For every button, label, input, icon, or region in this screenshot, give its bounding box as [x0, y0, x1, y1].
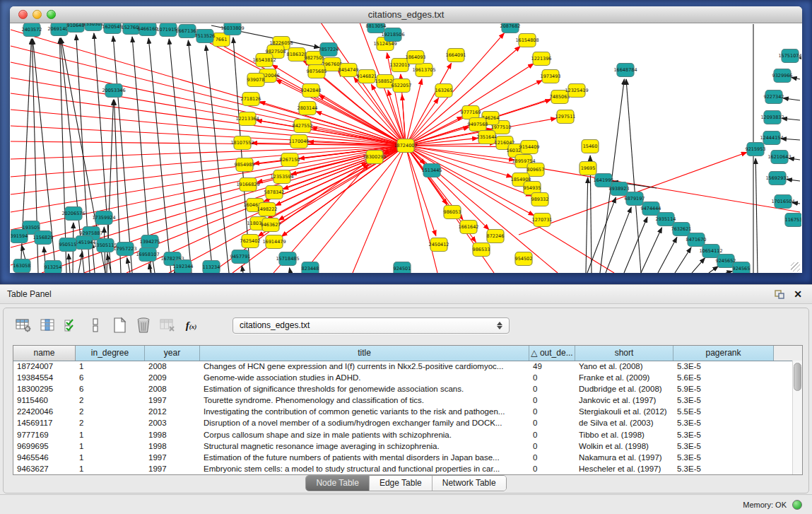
graph-edge[interactable] — [626, 79, 641, 273]
column-header-short[interactable]: short — [575, 346, 673, 361]
table-cell[interactable]: 0 — [529, 440, 575, 452]
table-cell[interactable]: 18724007 — [13, 361, 76, 372]
graph-node[interactable]: 2450412 — [429, 238, 449, 252]
graph-node[interactable]: 16914479 — [262, 235, 286, 249]
table-cell[interactable]: 5.3E-5 — [673, 395, 774, 406]
table-cell[interactable]: 1998 — [145, 440, 200, 452]
table-row[interactable]: 969969511998Structural magnetic resonanc… — [13, 440, 793, 452]
graph-node[interactable]: 1641995 — [594, 174, 614, 187]
table-cell[interactable]: 18300295 — [13, 383, 76, 395]
table-cell[interactable]: Disruption of a novel member of a sodium… — [200, 417, 529, 428]
graph-node[interactable]: 16648784 — [613, 64, 637, 77]
table-selector[interactable]: citations_edges.txt — [233, 317, 510, 334]
table-cell[interactable]: Franke et al. (2009) — [575, 372, 673, 383]
table-cell[interactable]: 2008 — [145, 361, 200, 372]
network-window-titlebar[interactable]: citations_edges.txt — [10, 6, 802, 23]
graph-node[interactable]: 19695 — [579, 162, 596, 175]
graph-node[interactable]: 17016504 — [771, 195, 794, 209]
graph-edge[interactable] — [316, 112, 406, 146]
graph-node[interactable]: 939078 — [247, 74, 265, 87]
table-cell[interactable]: 5.3E-5 — [673, 429, 774, 440]
table-cell[interactable]: 5.3E-5 — [673, 361, 774, 372]
graph-node[interactable]: 9154409 — [519, 141, 540, 154]
table-cell[interactable]: 0 — [529, 406, 575, 417]
graph-node[interactable]: 1664091 — [446, 49, 466, 62]
graph-edge[interactable] — [11, 93, 406, 146]
graph-node[interactable]: 7857224 — [319, 43, 339, 57]
graph-node[interactable]: 20053346 — [102, 84, 125, 98]
table-cell[interactable]: 2 — [76, 417, 145, 428]
graph-node[interactable]: 809657 — [527, 163, 545, 177]
table-cell[interactable]: 6 — [76, 372, 145, 383]
graph-node[interactable]: 8267150 — [280, 153, 300, 167]
graph-edge[interactable] — [624, 217, 647, 273]
graph-node[interactable]: 18107552 — [230, 136, 254, 150]
graph-node[interactable]: 1620545 — [102, 23, 123, 34]
graph-node[interactable]: 17957223 — [113, 243, 136, 256]
network-svg[interactable]: 1872400718226058982750881863289827505165… — [11, 23, 801, 273]
delete-column-button[interactable] — [158, 316, 177, 334]
table-settings-button[interactable] — [13, 316, 33, 334]
table-cell[interactable]: 5.3E-5 — [673, 440, 774, 452]
graph-node[interactable]: 1973493 — [541, 70, 561, 83]
graph-node[interactable]: 989332 — [531, 193, 549, 206]
graph-node[interactable]: 950515 — [59, 238, 77, 252]
graph-node[interactable]: 2403572 — [22, 23, 42, 37]
table-cell[interactable]: Hescheler et al. (1997) — [575, 463, 673, 474]
graph-node[interactable]: 1661642 — [459, 221, 479, 234]
graph-node[interactable]: 9854985 — [235, 158, 255, 172]
canvas-resize-grip[interactable] — [791, 262, 800, 271]
table-cell[interactable]: Tibbo et al. (1998) — [575, 429, 673, 440]
tab-network-table[interactable]: Network Table — [433, 476, 506, 491]
table-cell[interactable]: 9115460 — [13, 395, 76, 406]
graph-node[interactable]: 1156829 — [33, 231, 54, 245]
graph-node[interactable]: 163058 — [13, 259, 31, 273]
table-row[interactable]: 1872400712008Changes of HCN gene express… — [13, 361, 793, 372]
table-cell[interactable]: 9699695 — [13, 440, 76, 452]
graph-node[interactable]: 1498222 — [257, 203, 278, 216]
graph-node[interactable]: 9463627 — [261, 218, 281, 232]
minimize-window-button[interactable] — [33, 10, 42, 19]
table-cell[interactable]: Tourette syndrome. Phenomenology and cla… — [200, 395, 529, 406]
table-cell[interactable]: 14569117 — [13, 417, 76, 428]
graph-edge[interactable] — [641, 228, 662, 273]
tab-edge-table[interactable]: Edge Table — [370, 476, 433, 491]
graph-node[interactable]: 20206576 — [61, 207, 85, 221]
table-cell[interactable]: Structural magnetic resonance image aver… — [200, 440, 529, 452]
table-cell[interactable]: Stergiakouli et al. (2012) — [575, 406, 673, 417]
table-cell[interactable]: 5.3E-5 — [673, 452, 774, 463]
table-cell[interactable]: Nakamura et al. (1997) — [575, 452, 673, 463]
table-cell[interactable]: 0 — [529, 383, 575, 395]
graph-node[interactable]: 8471670 — [686, 233, 707, 247]
table-cell[interactable]: Estimation of significance thresholds fo… — [200, 383, 529, 395]
graph-node[interactable]: 9215953 — [746, 143, 766, 156]
graph-node[interactable]: 1394275 — [140, 235, 160, 249]
table-cell[interactable]: 0 — [529, 417, 575, 428]
table-cell[interactable]: 1 — [76, 361, 145, 372]
new-table-button[interactable] — [110, 316, 129, 334]
show-columns-button[interactable] — [37, 316, 57, 334]
close-panel-button[interactable]: ✕ — [791, 288, 805, 300]
graph-node[interactable]: 9457791 — [230, 250, 251, 264]
memory-status-indicator[interactable] — [792, 500, 802, 510]
table-row[interactable]: 977716911998Corpus callosum shape and si… — [13, 429, 793, 440]
graph-edge[interactable] — [658, 237, 677, 273]
graph-node[interactable]: 9146821 — [357, 70, 377, 83]
graph-edge[interactable] — [709, 267, 718, 273]
table-cell[interactable]: Investigating the contribution of common… — [200, 406, 529, 417]
table-cell[interactable]: 1997 — [145, 452, 200, 463]
table-cell[interactable]: 0 — [529, 372, 575, 383]
table-cell[interactable]: 2 — [76, 395, 145, 406]
table-cell[interactable]: 0 — [529, 452, 575, 463]
table-cell[interactable]: 1 — [76, 463, 145, 474]
table-cell[interactable]: 2 — [76, 406, 145, 417]
graph-edge[interactable] — [290, 268, 290, 273]
graph-edge[interactable] — [78, 252, 83, 273]
table-cell[interactable]: 0 — [529, 395, 575, 406]
graph-node[interactable]: 12444154 — [760, 132, 783, 145]
graph-node[interactable]: 1513445 — [422, 164, 442, 177]
graph-edge[interactable] — [406, 146, 436, 236]
table-cell[interactable]: 49 — [529, 361, 575, 372]
table-row[interactable]: 1938455462009Genome-wide association stu… — [13, 372, 793, 383]
graph-edge[interactable] — [11, 146, 406, 194]
